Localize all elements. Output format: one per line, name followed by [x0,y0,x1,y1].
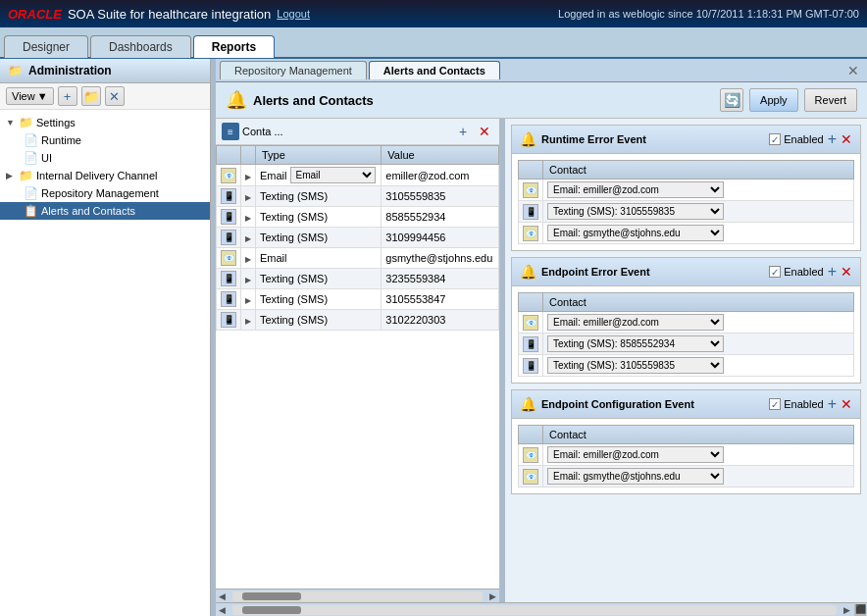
view-dropdown-btn[interactable]: View ▼ [6,87,54,105]
table-row[interactable]: 📧 ▶ Email EmailTexting (SMS) emiller@zod… [217,165,499,186]
sidebar-item-label: Alerts and Contacts [41,205,135,217]
contact-select[interactable]: Texting (SMS): 3105559835 [547,357,724,374]
contact-select[interactable]: Email: gsmythe@stjohns.edu [547,468,724,485]
folder-btn[interactable]: 📁 [81,86,101,106]
tab-reports[interactable]: Reports [193,35,275,58]
type-label: Texting (SMS) [260,314,328,326]
contacts-table-body: 📧 ▶ Email EmailTexting (SMS) emiller@zod… [217,165,499,331]
contact-row[interactable]: 📧 Email: gsmythe@stjohns.edu [519,466,854,488]
contact-row[interactable]: 📧 Email: emiller@zod.com [519,312,854,334]
tab-dashboards[interactable]: Dashboards [90,35,191,58]
contacts-hscrollbar[interactable]: ◀ ▶ [216,589,499,602]
delete-btn[interactable]: ✕ [105,86,125,106]
close-tab-btn[interactable]: ✕ [845,63,861,78]
table-row[interactable]: 📱 ▶ Texting (SMS) 3235559384 [217,269,499,289]
table-row[interactable]: 📱 ▶ Texting (SMS) 3105559835 [217,186,499,207]
table-row[interactable]: 📱 ▶ Texting (SMS) 3102220303 [217,310,499,331]
expand-arrow-icon[interactable]: ▶ [245,255,251,264]
events-panel: 🔔 Runtime Error Event ✓ Enabled + ✕ Cont… [505,119,867,602]
contact-row[interactable]: 📧 Email: gsmythe@stjohns.edu [519,223,854,244]
row-expand[interactable]: ▶ [241,165,256,186]
row-expand[interactable]: ▶ [241,248,256,269]
event-title-text: Runtime Error Event [541,133,646,145]
add-event-contact-btn[interactable]: + [828,130,837,148]
sms-contact-icon: 📱 [523,336,538,352]
contact-row[interactable]: 📱 Texting (SMS): 3105559835 [519,355,854,377]
table-row[interactable]: 📱 ▶ Texting (SMS) 3109994456 [217,228,499,248]
type-cell: Texting (SMS) [260,190,377,202]
type-select[interactable]: EmailTexting (SMS) [290,167,376,183]
enabled-checkbox[interactable]: ✓ [769,398,781,410]
tab-designer[interactable]: Designer [4,35,88,58]
table-row[interactable]: 📧 ▶ Email gsmythe@stjohns.edu [217,248,499,269]
sidebar-item-ui[interactable]: 📄 UI [0,149,210,167]
enabled-label: Enabled [784,266,823,278]
sidebar-item-repository[interactable]: 📄 Repository Management [0,184,210,202]
add-event-contact-btn[interactable]: + [828,395,837,413]
row-expand[interactable]: ▶ [241,310,256,331]
contact-select[interactable]: Email: emiller@zod.com [547,181,724,198]
scroll-left-arrow[interactable]: ◀ [216,591,229,601]
h-scrollbar-track[interactable] [232,591,483,601]
value-text: 3235559384 [385,273,445,284]
expand-arrow-icon[interactable]: ▶ [245,276,251,284]
contact-icon-cell: 📧 [519,444,543,466]
scroll-right-arrow[interactable]: ▶ [486,591,499,601]
add-contact-btn[interactable]: + [454,123,472,140]
contact-row[interactable]: 📱 Texting (SMS): 3105559835 [519,201,854,223]
enabled-checkbox[interactable]: ✓ [769,266,781,278]
bottom-scroll-right[interactable]: ▶ [841,605,853,615]
row-type-icon: 📱 [217,228,241,248]
corner-btn[interactable]: ⬛ [854,604,866,616]
add-event-contact-btn[interactable]: + [828,263,837,281]
bottom-scroll-left[interactable]: ◀ [216,605,229,615]
row-expand[interactable]: ▶ [241,269,256,289]
logout-link[interactable]: Logout [277,8,310,20]
sidebar-item-runtime[interactable]: 📄 Runtime [0,131,210,149]
table-row[interactable]: 📱 ▶ Texting (SMS) 3105553847 [217,289,499,310]
row-expand[interactable]: ▶ [241,186,256,207]
contact-table-body: 📧 Email: emiller@zod.com 📱 Texting (SMS)… [519,312,854,377]
tab-alerts-contacts[interactable]: Alerts and Contacts [369,61,500,79]
sms-icon: 📱 [221,209,236,225]
row-expand[interactable]: ▶ [241,289,256,310]
refresh-btn[interactable]: 🔄 [720,88,743,112]
contact-select[interactable]: Email: gsmythe@stjohns.edu [547,225,724,241]
type-cell: Texting (SMS) [260,211,377,223]
revert-button[interactable]: Revert [804,88,857,112]
row-type-cell: Texting (SMS) [256,186,382,207]
sidebar-item-alerts[interactable]: 📋 Alerts and Contacts [0,202,210,220]
table-row[interactable]: 📱 ▶ Texting (SMS) 8585552934 [217,207,499,228]
value-text: 8585552934 [385,211,445,223]
contact-row[interactable]: 📧 Email: emiller@zod.com [519,444,854,466]
contact-select[interactable]: Email: emiller@zod.com [547,314,724,331]
row-value-cell: 3109994456 [382,228,499,248]
expand-arrow-icon[interactable]: ▶ [245,193,251,202]
login-info: Logged in as weblogic since 10/7/2011 1:… [558,8,859,20]
contact-select[interactable]: Email: emiller@zod.com [547,446,724,463]
bottom-hscrollbar[interactable] [232,605,837,615]
contact-row[interactable]: 📱 Texting (SMS): 8585552934 [519,334,854,355]
remove-contact-btn[interactable]: ✕ [476,123,493,140]
remove-event-btn[interactable]: ✕ [841,131,852,147]
sidebar-item-internal-delivery[interactable]: ▶ 📁 Internal Delivery Channel [0,167,210,184]
alerts-icon: 📋 [24,204,38,218]
tab-repository-management[interactable]: Repository Management [220,61,367,79]
row-expand[interactable]: ▶ [241,228,256,248]
expand-arrow-icon[interactable]: ▶ [245,214,251,223]
expand-arrow-icon[interactable]: ▶ [245,317,251,326]
remove-event-btn[interactable]: ✕ [841,264,852,280]
sidebar-item-settings[interactable]: ▼ 📁 Settings [0,114,210,131]
contact-select[interactable]: Texting (SMS): 3105559835 [547,203,724,220]
contact-row[interactable]: 📧 Email: emiller@zod.com [519,180,854,201]
expand-arrow-icon[interactable]: ▶ [245,296,251,305]
expand-arrow-icon[interactable]: ▶ [245,234,251,243]
row-expand[interactable]: ▶ [241,207,256,228]
expand-arrow-icon[interactable]: ▶ [245,173,251,181]
enabled-checkbox[interactable]: ✓ [769,133,781,145]
contact-col-header: Contact [543,161,854,180]
remove-event-btn[interactable]: ✕ [841,396,852,412]
contact-select[interactable]: Texting (SMS): 8585552934 [547,335,724,352]
add-btn[interactable]: + [58,86,77,106]
apply-button[interactable]: Apply [749,88,798,112]
